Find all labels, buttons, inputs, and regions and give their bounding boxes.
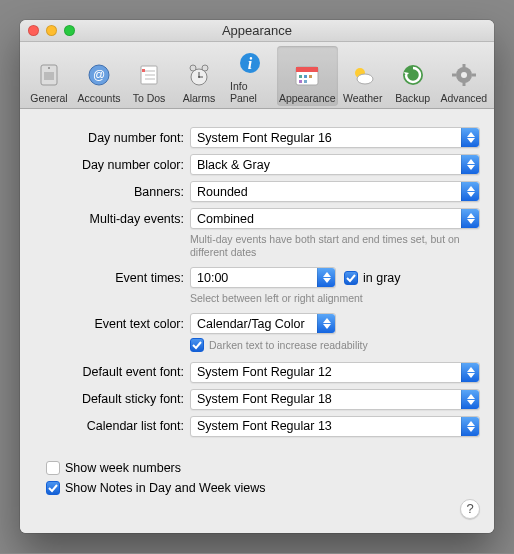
zoom-icon[interactable]	[64, 25, 75, 36]
svg-point-14	[190, 65, 196, 71]
window-controls	[28, 25, 75, 36]
advanced-icon	[449, 60, 479, 90]
event-times-label: Event times:	[34, 271, 184, 285]
help-button[interactable]: ?	[460, 499, 480, 519]
event-times-row: 10:00 in gray	[190, 267, 480, 288]
multi-day-events-popup[interactable]: Combined	[190, 208, 480, 229]
svg-point-1	[48, 67, 50, 69]
checkbox-label: Darken text to increase readability	[209, 339, 368, 352]
stepper-icon	[461, 417, 479, 436]
day-number-color-label: Day number color:	[34, 158, 184, 172]
darken-row: Darken text to increase readability	[190, 338, 480, 353]
stepper-icon	[461, 182, 479, 201]
stepper-icon	[317, 314, 335, 333]
toolbar-weather[interactable]: Weather	[338, 46, 388, 106]
svg-point-29	[461, 72, 467, 78]
checkbox-icon	[344, 271, 358, 285]
popup-value: 10:00	[191, 271, 317, 285]
toolbar-label: Weather	[343, 92, 383, 104]
toolbar-accounts[interactable]: @ Accounts	[74, 46, 124, 106]
popup-value: Calendar/Tag Color	[191, 317, 317, 331]
toolbar-label: Accounts	[77, 92, 120, 104]
popup-value: System Font Regular 13	[191, 419, 461, 433]
svg-rect-21	[304, 75, 307, 78]
toolbar-backup[interactable]: Backup	[388, 46, 438, 106]
stepper-icon	[317, 268, 335, 287]
multi-day-events-label: Multi-day events:	[34, 212, 184, 226]
checkbox-label: Show week numbers	[65, 461, 181, 475]
toolbar-label: Advanced	[440, 92, 487, 104]
titlebar[interactable]: Appearance	[20, 20, 494, 42]
toolbar-label: Backup	[395, 92, 430, 104]
day-number-color-popup[interactable]: Black & Gray	[190, 154, 480, 175]
event-text-color-label: Event text color:	[34, 317, 184, 331]
event-text-color-popup[interactable]: Calendar/Tag Color	[190, 313, 336, 334]
checkbox-icon	[190, 338, 204, 352]
event-times-popup[interactable]: 10:00	[190, 267, 336, 288]
show-notes-checkbox[interactable]: Show Notes in Day and Week views	[46, 481, 480, 495]
banners-popup[interactable]: Rounded	[190, 181, 480, 202]
svg-rect-33	[472, 74, 476, 77]
toolbar-info-panel[interactable]: i Info Panel	[224, 46, 277, 106]
checkbox-label: in gray	[363, 271, 401, 285]
day-number-font-label: Day number font:	[34, 131, 184, 145]
svg-text:@: @	[93, 68, 105, 82]
calendar-list-font-popup[interactable]: System Font Regular 13	[190, 416, 480, 437]
svg-rect-24	[304, 80, 307, 83]
info-panel-icon: i	[235, 48, 265, 78]
default-event-font-label: Default event font:	[34, 365, 184, 379]
calendar-list-font-label: Calendar list font:	[34, 419, 184, 433]
svg-rect-31	[462, 82, 465, 86]
window-title: Appearance	[222, 23, 292, 38]
svg-rect-2	[44, 72, 54, 80]
svg-point-26	[357, 74, 373, 84]
checkbox-icon	[46, 481, 60, 495]
preferences-toolbar: General @ Accounts To Dos Alarms i Info …	[20, 42, 494, 109]
svg-rect-23	[299, 80, 302, 83]
multi-day-help: Multi-day events have both start and end…	[190, 233, 480, 259]
show-week-numbers-checkbox[interactable]: Show week numbers	[46, 461, 480, 475]
popup-value: Black & Gray	[191, 158, 461, 172]
checkbox-label: Show Notes in Day and Week views	[65, 481, 266, 495]
svg-rect-19	[296, 67, 318, 72]
minimize-icon[interactable]	[46, 25, 57, 36]
svg-text:i: i	[248, 55, 253, 72]
toolbar-label: To Dos	[133, 92, 166, 104]
toolbar-appearance[interactable]: Appearance	[277, 46, 338, 106]
toolbar-label: Info Panel	[230, 80, 271, 104]
in-gray-checkbox[interactable]: in gray	[344, 271, 401, 285]
default-sticky-font-popup[interactable]: System Font Regular 18	[190, 389, 480, 410]
alarms-icon	[184, 60, 214, 90]
general-icon	[34, 60, 64, 90]
popup-value: Combined	[191, 212, 461, 226]
popup-value: System Font Regular 16	[191, 131, 461, 145]
svg-rect-9	[142, 69, 145, 72]
toolbar-alarms[interactable]: Alarms	[174, 46, 224, 106]
weather-icon	[348, 60, 378, 90]
stepper-icon	[461, 209, 479, 228]
toolbar-general[interactable]: General	[24, 46, 74, 106]
event-times-help: Select between left or right alignment	[190, 292, 480, 305]
svg-rect-32	[452, 74, 456, 77]
stepper-icon	[461, 128, 479, 147]
toolbar-todos[interactable]: To Dos	[124, 46, 174, 106]
default-sticky-font-label: Default sticky font:	[34, 392, 184, 406]
bottom-options: Show week numbers Show Notes in Day and …	[34, 455, 480, 495]
darken-text-checkbox[interactable]: Darken text to increase readability	[190, 338, 368, 352]
toolbar-advanced[interactable]: Advanced	[438, 46, 490, 106]
checkbox-icon	[46, 461, 60, 475]
stepper-icon	[461, 363, 479, 382]
help-corner: ?	[34, 495, 480, 519]
svg-point-15	[202, 65, 208, 71]
toolbar-label: General	[30, 92, 67, 104]
banners-label: Banners:	[34, 185, 184, 199]
close-icon[interactable]	[28, 25, 39, 36]
popup-value: Rounded	[191, 185, 461, 199]
toolbar-label: Alarms	[183, 92, 216, 104]
day-number-font-popup[interactable]: System Font Regular 16	[190, 127, 480, 148]
popup-value: System Font Regular 12	[191, 365, 461, 379]
content-area: Day number font: System Font Regular 16 …	[20, 109, 494, 533]
default-event-font-popup[interactable]: System Font Regular 12	[190, 362, 480, 383]
popup-value: System Font Regular 18	[191, 392, 461, 406]
appearance-icon	[292, 60, 322, 90]
